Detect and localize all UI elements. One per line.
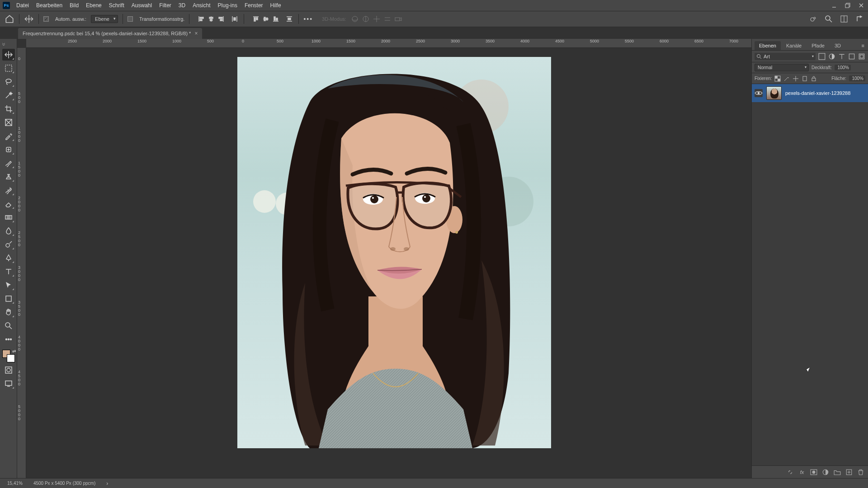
more-align-options-button[interactable]: ••• [303,15,313,23]
align-bottom-button[interactable] [271,14,280,23]
blur-tool[interactable] [2,225,15,237]
status-info-chevron-icon[interactable]: › [106,480,108,487]
layer-fx-icon[interactable]: fx [798,469,806,476]
new-layer-icon[interactable] [845,469,853,476]
layer-filter-dropdown[interactable]: Art [755,53,816,60]
hand-tool[interactable] [2,306,15,318]
distribute-v-button[interactable] [285,14,294,23]
window-minimize-button[interactable] [827,0,841,11]
search-button[interactable] [825,15,833,23]
filter-shape-icon[interactable] [848,53,855,60]
align-right-button[interactable] [217,14,226,23]
show-transform-checkbox[interactable] [127,16,133,22]
auto-select-checkbox[interactable] [43,16,49,22]
layer-list[interactable]: pexels-daniel-xavier-1239288 [752,84,868,465]
distribute-h-button[interactable] [230,14,239,23]
new-group-icon[interactable] [834,469,841,476]
type-tool[interactable] [2,266,15,277]
panel-menu-button[interactable]: ≡ [858,41,868,50]
window-close-button[interactable] [854,0,868,11]
close-tab-icon[interactable]: × [194,30,198,37]
layer-name[interactable]: pexels-daniel-xavier-1239288 [785,90,850,96]
home-button[interactable] [5,14,14,24]
screen-mode-button[interactable] [2,378,15,389]
lock-all-icon[interactable] [811,75,817,82]
filter-type-icon[interactable] [838,53,845,60]
menu-3d[interactable]: 3D [175,0,189,11]
expand-toolbar-icon[interactable] [2,42,6,46]
brush-tool[interactable] [2,157,15,169]
healing-brush-tool[interactable] [2,144,15,155]
menu-select[interactable]: Auswahl [128,0,156,11]
path-selection-tool[interactable] [2,279,15,291]
align-top-button[interactable] [251,14,260,23]
eraser-tool[interactable] [2,198,15,210]
arrange-documents-button[interactable] [840,15,848,23]
crop-tool[interactable] [2,103,15,115]
align-center-v-button[interactable] [261,14,270,23]
eyedropper-tool[interactable] [2,130,15,142]
move-tool[interactable] [2,49,15,61]
layer-thumbnail[interactable] [766,86,782,100]
cloud-docs-button[interactable] [809,15,817,23]
history-brush-tool[interactable] [2,184,15,196]
window-restore-button[interactable] [841,0,854,11]
layer-row[interactable]: pexels-daniel-xavier-1239288 [752,84,868,102]
canvas[interactable] [26,48,751,478]
menu-image[interactable]: Bild [66,0,82,11]
tab-layers[interactable]: Ebenen [755,41,781,50]
tab-channels[interactable]: Kanäle [782,41,806,50]
lock-artboard-icon[interactable] [802,75,808,82]
magic-wand-tool[interactable] [2,89,15,101]
clone-stamp-tool[interactable] [2,171,15,183]
share-button[interactable] [855,15,863,23]
layer-mask-icon[interactable] [810,469,817,476]
quick-mask-button[interactable] [2,364,15,376]
filter-pixel-icon[interactable] [818,53,826,60]
lock-pixels-icon[interactable] [783,75,790,82]
blend-mode-dropdown[interactable]: Normal [755,64,809,71]
filter-adjustment-icon[interactable] [828,53,835,60]
tab-paths[interactable]: Pfade [807,41,829,50]
3d-slide-icon[interactable] [383,15,392,23]
3d-orbit-icon[interactable] [351,15,359,23]
lock-transparency-icon[interactable] [774,75,781,82]
menu-view[interactable]: Ansicht [189,0,214,11]
lock-position-icon[interactable] [793,75,799,82]
ruler-vertical[interactable]: 05 0 01 0 0 01 5 0 02 0 0 02 5 0 03 0 0 … [17,48,26,478]
marquee-tool[interactable] [2,62,15,74]
color-swatches[interactable]: ⇄ [2,350,15,362]
align-left-button[interactable] [197,14,206,23]
menu-window[interactable]: Fenster [241,0,267,11]
menu-help[interactable]: Hilfe [267,0,285,11]
document-tab[interactable]: Frequenztrennung.psdc bei 15,4 % (pexels… [18,28,202,39]
layer-visibility-toggle[interactable] [755,89,763,97]
dodge-tool[interactable] [2,239,15,250]
menu-plugins[interactable]: Plug-ins [214,0,241,11]
fill-value[interactable]: 100% [849,75,865,81]
link-layers-icon[interactable] [787,469,794,476]
menu-layer[interactable]: Ebene [82,0,105,11]
delete-layer-icon[interactable] [857,469,864,476]
align-center-h-button[interactable] [207,14,216,23]
edit-toolbar-button[interactable] [2,333,15,345]
background-color[interactable] [7,354,15,362]
auto-select-target-dropdown[interactable]: Ebene [91,15,118,23]
status-zoom[interactable]: 15,41% [7,481,23,486]
tool-preset-picker[interactable] [24,14,34,24]
filter-smart-icon[interactable] [858,53,865,60]
menu-type[interactable]: Schrift [105,0,128,11]
shape-tool[interactable] [2,293,15,305]
adjustment-layer-icon[interactable] [822,469,829,476]
gradient-tool[interactable] [2,211,15,223]
opacity-value[interactable]: 100% [835,65,851,70]
menu-file[interactable]: Datei [13,0,33,11]
zoom-tool[interactable] [2,320,15,332]
3d-camera-icon[interactable] [394,15,402,23]
tab-3d[interactable]: 3D [830,41,845,50]
pen-tool[interactable] [2,252,15,264]
status-doc-info[interactable]: 4500 Px x 5400 Px (300 ppcm) [33,481,95,486]
swap-colors-icon[interactable]: ⇄ [12,349,16,354]
menu-edit[interactable]: Bearbeiten [33,0,66,11]
3d-pan-icon[interactable] [373,15,381,23]
